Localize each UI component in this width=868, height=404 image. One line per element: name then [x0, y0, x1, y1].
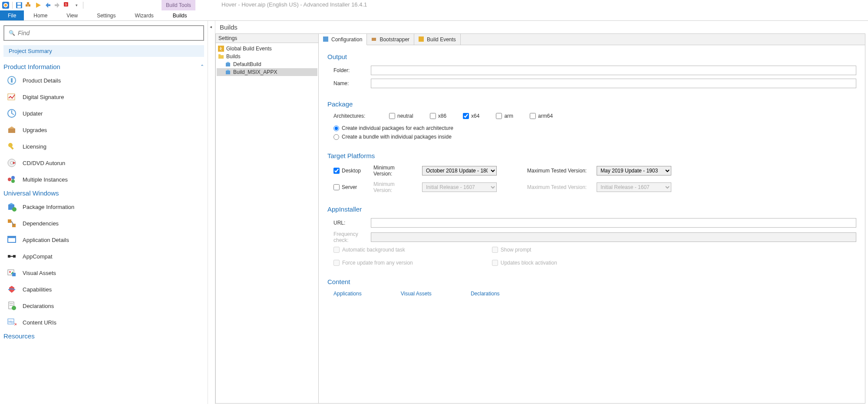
chk-server[interactable]: Server — [333, 184, 365, 190]
forward-icon[interactable] — [53, 1, 61, 9]
nav-declarations[interactable]: Declarations — [3, 298, 204, 314]
svg-point-48 — [12, 306, 16, 310]
nav-panel: 🔍 Project Summary Product Information ⌃ … — [0, 21, 208, 404]
label-folder: Folder: — [327, 67, 371, 73]
link-visual-assets[interactable]: Visual Assets — [401, 291, 432, 297]
svg-rect-17 — [11, 78, 13, 83]
chk-x86[interactable]: x86 — [430, 113, 446, 119]
chk-x64[interactable]: x64 — [463, 113, 479, 119]
svg-marker-9 — [36, 3, 41, 8]
section-label: Resources — [3, 332, 35, 340]
svg-text:5: 5 — [65, 3, 67, 7]
dependencies-icon — [6, 218, 17, 229]
nav-label: Updater — [23, 110, 43, 117]
save-icon[interactable] — [15, 1, 23, 9]
chk-desktop[interactable]: Desktop — [333, 168, 365, 174]
ribbon-tab-builds[interactable]: Builds — [163, 10, 197, 20]
tree-builds-folder[interactable]: Builds — [217, 53, 317, 60]
nav-product-details[interactable]: Product Details — [3, 72, 204, 89]
tree-default-build[interactable]: DefaultBuild — [217, 60, 317, 68]
nav-visual-assets[interactable]: Visual Assets — [3, 265, 204, 281]
tab-label: Bootstrapper — [380, 36, 409, 43]
collapse-arrow-icon[interactable]: ◂ — [210, 24, 212, 29]
splitter[interactable]: ◂ — [208, 21, 215, 404]
nav-cddvd-autorun[interactable]: CD/DVD Autorun — [3, 155, 204, 171]
nav-label: Multiple Instances — [23, 176, 68, 183]
context-tab-buildtools[interactable]: Build Tools — [162, 0, 195, 10]
project-summary-link[interactable]: Project Summary — [3, 45, 204, 57]
tab-configuration[interactable]: Configuration — [319, 34, 367, 45]
svg-rect-5 — [17, 6, 21, 8]
visual-assets-icon — [6, 267, 17, 278]
select-server-min: Initial Release - 1607 — [422, 182, 497, 192]
nav-digital-signature[interactable]: Digital Signature — [3, 89, 204, 105]
nav-capabilities[interactable]: Capabilities — [3, 281, 204, 298]
nav-upgrades[interactable]: Upgrades — [3, 122, 204, 138]
nav-label: AppCompat — [23, 253, 53, 260]
label-frequency: Frequency check: — [327, 231, 371, 243]
select-desktop-max[interactable]: May 2019 Update - 1903 — [597, 166, 671, 176]
svg-rect-7 — [28, 4, 30, 7]
input-name[interactable] — [371, 79, 856, 88]
app-icon — [2, 1, 10, 9]
ribbon-tab-wizards[interactable]: Wizards — [125, 10, 163, 20]
notification-icon[interactable]: 5 — [63, 1, 71, 9]
search-box[interactable]: 🔍 — [3, 25, 204, 41]
nav-label: Product Details — [23, 77, 61, 84]
svg-rect-55 — [218, 54, 221, 56]
nav-label: Visual Assets — [23, 270, 56, 276]
chk-arm[interactable]: arm — [496, 113, 513, 119]
tab-bootstrapper[interactable]: Bootstrapper — [367, 34, 414, 45]
label-name: Name: — [327, 80, 371, 86]
nav-multiple-instances[interactable]: Multiple Instances — [3, 171, 204, 188]
svg-rect-4 — [17, 3, 21, 5]
svg-rect-61 — [372, 38, 376, 41]
radio-individual-packages[interactable]: Create individual packages for each arch… — [327, 125, 856, 131]
nav-label: Declarations — [23, 303, 54, 309]
svg-marker-59 — [226, 70, 230, 71]
link-declarations[interactable]: Declarations — [471, 291, 500, 297]
ribbon-tab-settings[interactable]: Settings — [87, 10, 125, 20]
content-pane: Builds Settings Global Build Events Buil… — [215, 21, 868, 404]
svg-marker-31 — [8, 203, 14, 205]
chk-force-update: Force update from any version — [333, 260, 413, 266]
nav-content-uris[interactable]: http✕Content URIs — [3, 314, 204, 331]
search-input[interactable] — [18, 30, 199, 36]
builds-tree: Settings Global Build Events Builds Defa… — [216, 34, 319, 403]
section-product-information[interactable]: Product Information ⌃ — [3, 61, 204, 72]
section-resources[interactable]: Resources — [3, 331, 204, 341]
back-icon[interactable] — [44, 1, 52, 9]
titlebar: 5 ▾ Build Tools Hover - Hover.aip (Engli… — [0, 0, 868, 10]
nav-licensing[interactable]: Licensing — [3, 138, 204, 155]
select-desktop-min[interactable]: October 2018 Update - 1809 — [422, 166, 497, 176]
instances-icon — [6, 174, 17, 185]
nav-updater[interactable]: Updater — [3, 105, 204, 122]
chk-arm64[interactable]: arm64 — [530, 113, 553, 119]
input-folder[interactable] — [371, 66, 856, 75]
ribbon-tab-file[interactable]: File — [0, 10, 24, 20]
radio-bundle[interactable]: Create a bundle with individual packages… — [327, 134, 856, 140]
tab-build-events[interactable]: Build Events — [414, 34, 461, 45]
link-applications[interactable]: Applications — [333, 291, 362, 297]
nav-appcompat[interactable]: AppCompat — [3, 248, 204, 265]
nav-dependencies[interactable]: Dependencies — [3, 215, 204, 232]
qat-dropdown-icon[interactable]: ▾ — [73, 1, 80, 9]
ribbon-tab-view[interactable]: View — [57, 10, 87, 20]
run-icon[interactable] — [34, 1, 42, 9]
svg-point-2 — [4, 4, 7, 7]
ribbon-tab-home[interactable]: Home — [24, 10, 57, 20]
chk-neutral[interactable]: neutral — [389, 113, 413, 119]
build-icon[interactable] — [25, 1, 33, 9]
nav-application-details[interactable]: Application Details — [3, 232, 204, 248]
section-universal-windows[interactable]: Universal Windows — [3, 188, 204, 199]
pane-title: Builds — [215, 21, 868, 33]
signature-icon — [6, 91, 17, 103]
quick-access-toolbar: 5 ▾ — [2, 1, 84, 9]
tree-msix-build[interactable]: Build_MSIX_APPX — [217, 68, 317, 76]
input-url[interactable] — [371, 218, 856, 228]
tree-global-events[interactable]: Global Build Events — [217, 45, 317, 53]
label-max-version-server: Maximum Tested Version: — [527, 184, 588, 190]
nav-package-information[interactable]: Package Information — [3, 199, 204, 215]
svg-point-27 — [8, 178, 11, 181]
nav-label: Digital Signature — [23, 94, 64, 100]
